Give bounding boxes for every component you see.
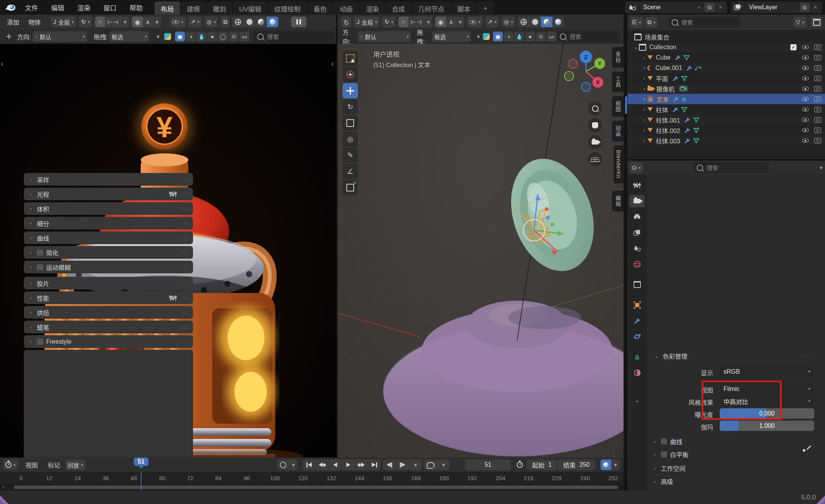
cursor-tool[interactable] bbox=[343, 67, 358, 82]
viewport-right-search[interactable] bbox=[557, 31, 620, 42]
freestyle-checkbox[interactable] bbox=[37, 339, 43, 345]
hide-eye-icon[interactable] bbox=[802, 55, 809, 60]
sidebar-tab-edit[interactable]: 编辑 bbox=[612, 191, 624, 211]
tab-modeling[interactable]: 建模 bbox=[181, 2, 206, 16]
curves-checkbox[interactable] bbox=[661, 438, 667, 444]
drag-dropdown[interactable]: 框选▾ bbox=[432, 31, 471, 42]
workspace-subsection[interactable]: ›工作空间 bbox=[652, 464, 685, 473]
section-bake[interactable]: ›烘焙:::: bbox=[24, 306, 193, 319]
sidebar-tab-view[interactable]: 视图 bbox=[612, 96, 624, 117]
shading-rendered-button[interactable] bbox=[552, 17, 564, 27]
jump-to-start-button[interactable] bbox=[303, 459, 316, 470]
render-camera-icon[interactable] bbox=[814, 45, 821, 50]
timeline-menu-playback[interactable]: 回放▾ bbox=[65, 459, 86, 470]
shading-rendered-button[interactable] bbox=[267, 17, 278, 27]
render-camera-icon[interactable] bbox=[814, 117, 821, 123]
expand-icon[interactable]: › bbox=[2, 483, 4, 490]
render-camera-icon[interactable] bbox=[814, 86, 821, 91]
search-input[interactable] bbox=[706, 164, 753, 171]
tab-physics[interactable] bbox=[629, 330, 645, 343]
properties-editor-type[interactable]: ⛭▾ bbox=[630, 162, 643, 173]
menu-file[interactable]: 文件 bbox=[18, 0, 45, 15]
drag-dropdown[interactable]: 框选▾ bbox=[109, 31, 149, 42]
tab-render[interactable] bbox=[629, 195, 645, 207]
tab-animation[interactable]: 动画 bbox=[334, 2, 359, 16]
timeline-menu-marker[interactable]: 标记 bbox=[43, 460, 65, 469]
timeline-editor-type[interactable]: ▾ bbox=[3, 459, 18, 470]
hide-eye-icon[interactable] bbox=[802, 107, 809, 111]
motion-blur-checkbox[interactable] bbox=[37, 264, 43, 270]
record-icon[interactable] bbox=[277, 459, 289, 470]
timeline-ruler[interactable]: 0 12 24 36 48 60 72 84 96 108 120 132 14… bbox=[0, 472, 624, 484]
presets-icon[interactable] bbox=[169, 191, 177, 197]
section-simplify[interactable]: ›简化:::: bbox=[24, 246, 193, 259]
sphere-icon[interactable]: ● bbox=[525, 32, 535, 42]
new-collection-button[interactable] bbox=[811, 17, 823, 28]
step-chevron[interactable]: ▾ bbox=[409, 459, 422, 470]
editor-divider[interactable] bbox=[336, 15, 338, 491]
section-sampling[interactable]: ›采样:::: bbox=[24, 173, 193, 186]
xray-toggle[interactable]: ⧉ bbox=[221, 17, 230, 27]
section-curves[interactable]: ›曲线:::: bbox=[24, 231, 193, 244]
tab-rendering[interactable]: 渲染 bbox=[360, 2, 385, 16]
tab-object[interactable] bbox=[629, 299, 645, 311]
scale-tool[interactable] bbox=[343, 115, 358, 131]
curve-s-icon[interactable]: ᔕ bbox=[547, 32, 557, 42]
falloff-chevron[interactable]: ▾ bbox=[456, 17, 464, 27]
sidebar-tab-blenderkit[interactable]: BlenderKit bbox=[614, 145, 624, 183]
tab-uv-editing[interactable]: UV编辑 bbox=[233, 2, 268, 16]
color-management-header[interactable]: ⌄色彩管理 bbox=[654, 351, 687, 361]
magnet-icon[interactable]: ∩ bbox=[95, 17, 105, 27]
tab-viewlayer[interactable] bbox=[629, 226, 645, 239]
direction-dropdown[interactable]: ↑默认▾ bbox=[358, 31, 411, 42]
simplify-checkbox[interactable] bbox=[37, 250, 43, 256]
pause-render-button[interactable] bbox=[291, 17, 306, 27]
hide-eye-icon[interactable] bbox=[802, 118, 809, 122]
sidebar-tab-animation[interactable]: 动画 bbox=[612, 121, 624, 141]
sidebar-collapse-arrow[interactable]: ‹ bbox=[331, 59, 334, 68]
outliner-row-cube001[interactable]: › Cube.001 bbox=[627, 63, 825, 73]
search-input[interactable] bbox=[681, 19, 729, 26]
sphere-icon[interactable]: ● bbox=[207, 32, 217, 42]
outliner-row-camera[interactable]: › 摄像机 bbox=[627, 83, 825, 94]
outliner-row-cylinder003[interactable]: › 柱体.003 bbox=[627, 135, 825, 146]
shading-material-button[interactable] bbox=[255, 17, 267, 27]
gizmos-dropdown[interactable]: ↗▾ bbox=[188, 17, 202, 27]
autokey-chevron[interactable]: ▾ bbox=[437, 459, 450, 470]
drag-dots[interactable]: :::: bbox=[802, 353, 809, 358]
frame-start-field[interactable]: 起始1 bbox=[527, 459, 557, 470]
transform-tool[interactable]: ◎ bbox=[343, 131, 358, 147]
hide-eye-icon[interactable] bbox=[802, 97, 809, 101]
tab-world[interactable] bbox=[629, 258, 645, 270]
probe-icon[interactable]: ⊙ bbox=[229, 32, 239, 42]
magnet-icon[interactable]: ∩ bbox=[398, 17, 408, 27]
section-motion-blur[interactable]: ›运动模糊:::: bbox=[24, 261, 193, 273]
render-camera-icon[interactable] bbox=[814, 138, 821, 143]
current-frame-field[interactable]: 51 bbox=[465, 459, 511, 470]
menu-help[interactable]: 帮助 bbox=[123, 0, 149, 15]
toolsettings-chevron[interactable]: ▾ bbox=[152, 33, 164, 40]
select-box-tool[interactable] bbox=[343, 51, 358, 66]
new-scene-icon[interactable]: ⧉ bbox=[705, 3, 715, 12]
editor-divider[interactable] bbox=[625, 15, 627, 491]
tab-scripting[interactable]: 脚本 bbox=[451, 2, 477, 16]
render-camera-icon[interactable] bbox=[814, 55, 821, 60]
next-frame-button[interactable] bbox=[396, 459, 409, 470]
pan-button[interactable] bbox=[588, 118, 602, 132]
tabs-overflow-chevron[interactable]: ⌄ bbox=[629, 394, 645, 406]
hide-eye-icon[interactable] bbox=[802, 45, 809, 49]
hide-eye-icon[interactable] bbox=[802, 138, 809, 143]
shading-material-button[interactable] bbox=[541, 17, 552, 27]
filter-dropdown[interactable]: ▽▾ bbox=[793, 17, 807, 28]
display-mode-dropdown[interactable]: ⋿▾ bbox=[630, 17, 644, 28]
add-workspace-button[interactable]: + bbox=[477, 2, 494, 16]
render-camera-icon[interactable] bbox=[814, 96, 821, 102]
sidebar-tab-tool[interactable]: 工具 bbox=[612, 72, 624, 92]
render-camera-icon[interactable] bbox=[814, 107, 821, 112]
tab-modifiers[interactable] bbox=[629, 314, 645, 327]
falloff-icon[interactable]: ∧ bbox=[446, 17, 456, 27]
half-sphere-icon[interactable]: ◑ bbox=[186, 32, 196, 42]
navigation-gizmo[interactable]: Z Y X bbox=[562, 49, 607, 95]
auto-keyframe-icon[interactable] bbox=[424, 459, 437, 470]
tab-layout[interactable]: 布局 bbox=[155, 2, 180, 16]
